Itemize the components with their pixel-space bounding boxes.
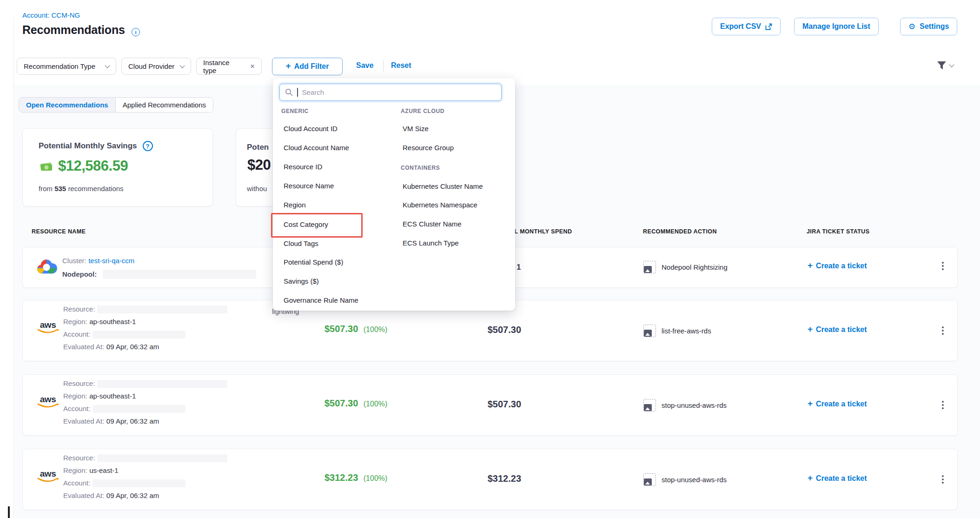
region-value: ap-southeast-1 [89, 318, 136, 325]
redacted-value [97, 454, 227, 462]
dropdown-item-savings[interactable]: Savings ($) [284, 277, 319, 285]
monthly-savings-value: $312.23 [324, 472, 358, 483]
breadcrumb-account-link[interactable]: Account: CCM-NG [22, 11, 80, 19]
text-cursor [297, 88, 298, 97]
highlight-box-cost-category [271, 213, 363, 238]
filter-links-divider [383, 60, 384, 72]
dropdown-item-cloud-tags[interactable]: Cloud Tags [284, 239, 318, 247]
column-header-recommended-action: RECOMMENDED ACTION [643, 228, 717, 235]
region-label: Region: [63, 466, 87, 474]
filter-chip-recommendation-type[interactable]: Recommendation Type [17, 58, 116, 75]
manage-ignore-list-button[interactable]: Manage Ignore List [794, 18, 879, 35]
dropdown-item-kubernetes-namespace[interactable]: Kubernetes Namespace [403, 201, 477, 209]
filter-chip-cloud-provider[interactable]: Cloud Provider [121, 58, 191, 75]
evaluated-at-value: 09 Apr, 06:32 am [106, 343, 159, 351]
tab-open-recommendations[interactable]: Open Recommendations [19, 98, 116, 112]
action-image-icon [643, 473, 656, 486]
funnel-icon [936, 60, 947, 71]
add-filter-dropdown: Search GENERIC AZURE CLOUD CONTAINERS Cl… [273, 78, 515, 311]
column-header-resource-name: RESOURCE NAME [32, 228, 86, 235]
action-image-icon [643, 325, 656, 337]
dropdown-item-cloud-account-name[interactable]: Cloud Account Name [284, 144, 349, 152]
plus-icon: + [808, 260, 813, 271]
kebab-menu-icon[interactable] [939, 473, 947, 485]
tab-applied-recommendations[interactable]: Applied Recommendations [116, 98, 213, 112]
help-icon[interactable]: ? [143, 141, 153, 151]
search-icon [285, 88, 293, 96]
region-label: Region: [63, 318, 87, 325]
external-link-icon [765, 23, 772, 30]
add-filter-button[interactable]: + Add Filter [272, 58, 343, 75]
create-ticket-link[interactable]: + Create a ticket [808, 325, 867, 334]
dropdown-item-ecs-cluster-name[interactable]: ECS Cluster Name [403, 220, 462, 228]
savings-percent: (100%) [364, 400, 388, 408]
section-header-azure-cloud: AZURE CLOUD [401, 108, 444, 114]
dropdown-item-governance-rule-name[interactable]: Governance Rule Name [284, 296, 358, 304]
dropdown-item-vm-size[interactable]: VM Size [403, 125, 429, 133]
info-icon[interactable]: i [132, 28, 140, 36]
left-divider [13, 18, 14, 518]
savings-card-title: Potential Monthly Savings [39, 141, 137, 151]
table-row[interactable]: aws Resource: Region: us-east-1 Account:… [22, 449, 958, 510]
settings-button[interactable]: ⚙ Settings [900, 18, 957, 35]
redacted-value [103, 270, 256, 279]
action-image-icon [643, 399, 656, 412]
aws-icon: aws [36, 395, 60, 409]
close-icon[interactable]: × [250, 62, 255, 70]
action-image-icon [643, 261, 656, 273]
resource-label: Resource: [63, 454, 95, 462]
add-filter-label: Add Filter [294, 62, 329, 71]
filter-search-input[interactable]: Search [279, 84, 502, 101]
create-ticket-label: Create a ticket [816, 325, 867, 334]
dropdown-item-resource-id[interactable]: Resource ID [284, 163, 322, 171]
table-row[interactable]: aws Resource: Region: ap-southeast-1 Acc… [22, 374, 958, 436]
scrollbar-fragment[interactable] [8, 506, 10, 518]
account-label: Account: [63, 479, 90, 487]
dropdown-item-cloud-account-id[interactable]: Cloud Account ID [284, 125, 338, 133]
savings-sub-prefix: from [39, 185, 53, 193]
evaluated-at-label: Evaluated At: [63, 343, 104, 351]
redacted-value [97, 380, 227, 388]
reset-filter-link[interactable]: Reset [391, 61, 411, 70]
dropdown-item-region[interactable]: Region [284, 201, 306, 209]
create-ticket-link[interactable]: + Create a ticket [808, 474, 867, 483]
filter-chip-label: Cloud Provider [128, 62, 174, 70]
region-value: ap-southeast-1 [89, 392, 136, 400]
recommended-action: stop-unused-aws-rds [662, 476, 727, 484]
evaluated-at-label: Evaluated At: [63, 417, 104, 425]
dropdown-item-resource-group[interactable]: Resource Group [403, 144, 454, 152]
chevron-down-icon [105, 63, 110, 68]
plus-icon: + [808, 473, 813, 483]
gcp-icon [36, 258, 57, 276]
dropdown-item-ecs-launch-type[interactable]: ECS Launch Type [403, 239, 459, 247]
filter-chip-instance-type[interactable]: Instance type × [196, 58, 262, 75]
dropdown-item-kubernetes-cluster-name[interactable]: Kubernetes Cluster Name [403, 182, 483, 190]
recommendations-tabs: Open Recommendations Applied Recommendat… [19, 97, 213, 113]
kebab-menu-icon[interactable] [939, 325, 947, 337]
spend-value-fragment: 1 [516, 263, 521, 272]
section-header-generic: GENERIC [281, 108, 309, 114]
spend-card-amount-fragment: $20 [247, 157, 271, 173]
kebab-menu-icon[interactable] [939, 260, 947, 272]
dropdown-item-resource-name[interactable]: Resource Name [284, 182, 334, 190]
kebab-menu-icon[interactable] [939, 399, 947, 411]
savings-amount: $12,586.59 [58, 158, 128, 174]
filter-chip-label: Instance type [203, 59, 245, 74]
create-ticket-link[interactable]: + Create a ticket [808, 261, 867, 271]
export-csv-label: Export CSV [720, 22, 761, 31]
create-ticket-link[interactable]: + Create a ticket [808, 399, 867, 409]
evaluated-at-value: 09 Apr, 06:32 am [106, 491, 159, 499]
cluster-link[interactable]: test-sri-qa-ccm [88, 257, 134, 265]
page-title: Recommendations [22, 23, 125, 37]
chevron-down-icon [179, 63, 185, 68]
total-monthly-spend-value: $312.23 [441, 473, 521, 484]
recommended-action: list-free-aws-rds [662, 327, 711, 335]
save-filter-link[interactable]: Save [356, 61, 373, 70]
dropdown-item-potential-spend[interactable]: Potential Spend ($) [284, 258, 343, 266]
evaluated-at-label: Evaluated At: [63, 491, 104, 499]
region-label: Region: [63, 392, 87, 400]
column-header-jira-ticket-status: JIRA TICKET STATUS [807, 228, 869, 235]
filter-panel-toggle[interactable] [936, 60, 954, 71]
aws-icon: aws [36, 321, 60, 334]
export-csv-button[interactable]: Export CSV [712, 18, 781, 35]
